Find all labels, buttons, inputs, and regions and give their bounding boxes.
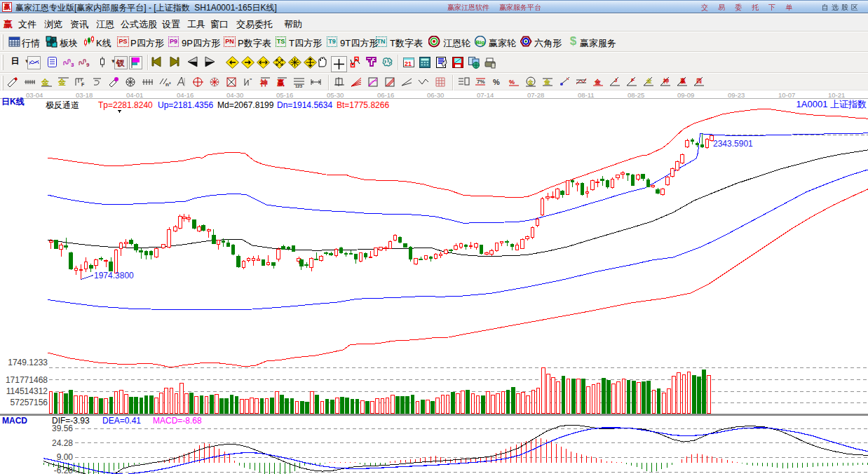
svg-text:日K线: 日K线 bbox=[1, 97, 25, 107]
svg-text:03-18: 03-18 bbox=[76, 91, 93, 99]
svg-text:10-07: 10-07 bbox=[778, 91, 795, 99]
svg-text:Dn=1914.5634: Dn=1914.5634 bbox=[277, 100, 332, 110]
svg-text:09-09: 09-09 bbox=[677, 91, 694, 99]
svg-text:3: 3 bbox=[71, 62, 74, 68]
svg-text:9: 9 bbox=[86, 62, 90, 68]
svg-text:57257156: 57257156 bbox=[11, 398, 48, 407]
svg-text:%: % bbox=[493, 78, 500, 86]
svg-text:06-30: 06-30 bbox=[427, 91, 444, 99]
svg-text:四: 四 bbox=[696, 78, 702, 84]
svg-text:神: 神 bbox=[663, 78, 669, 84]
svg-text:F: F bbox=[631, 77, 635, 83]
svg-text:10-21: 10-21 bbox=[828, 91, 845, 99]
svg-text:9.00: 9.00 bbox=[57, 452, 74, 462]
svg-text:金: 金 bbox=[41, 78, 50, 86]
svg-text:1A0001 上证指数: 1A0001 上证指数 bbox=[796, 99, 867, 109]
svg-text:Bt=1775.8266: Bt=1775.8266 bbox=[337, 100, 389, 110]
svg-text:04-30: 04-30 bbox=[226, 91, 243, 99]
svg-text:09-23: 09-23 bbox=[728, 91, 745, 99]
svg-text:114514312: 114514312 bbox=[6, 386, 48, 396]
svg-text:神: 神 bbox=[259, 79, 268, 87]
svg-text:赢: 赢 bbox=[679, 78, 686, 84]
svg-text:Up=2181.4356: Up=2181.4356 bbox=[158, 100, 213, 110]
svg-text:21: 21 bbox=[405, 60, 412, 67]
svg-text:极反通道: 极反通道 bbox=[46, 100, 79, 110]
svg-text:Tp=2281.8240: Tp=2281.8240 bbox=[98, 100, 153, 110]
svg-text:DEA=0.41: DEA=0.41 bbox=[102, 416, 141, 426]
svg-text:金: 金 bbox=[594, 79, 602, 86]
svg-text:24.28: 24.28 bbox=[52, 438, 73, 448]
svg-text:F: F bbox=[81, 82, 85, 87]
svg-text:08-25: 08-25 bbox=[628, 91, 644, 99]
svg-text:2343.5901: 2343.5901 bbox=[713, 139, 753, 149]
svg-text:金: 金 bbox=[646, 78, 652, 84]
svg-text:05-16: 05-16 bbox=[276, 91, 293, 99]
svg-text:钗: 钗 bbox=[116, 58, 126, 68]
svg-text:123: 123 bbox=[295, 84, 303, 88]
svg-text:赢: 赢 bbox=[276, 79, 285, 87]
svg-text:39.56: 39.56 bbox=[52, 424, 73, 433]
svg-text:金: 金 bbox=[57, 78, 67, 86]
svg-text:04-16: 04-16 bbox=[177, 91, 194, 99]
svg-text:": " bbox=[250, 78, 252, 83]
svg-text:Md=2067.8199: Md=2067.8199 bbox=[217, 100, 274, 110]
svg-text:1749.1233: 1749.1233 bbox=[8, 358, 48, 367]
svg-text:%: % bbox=[509, 79, 515, 86]
svg-text:Big: Big bbox=[476, 39, 485, 46]
svg-text:05-30: 05-30 bbox=[327, 91, 344, 99]
svg-text:1974.3800: 1974.3800 bbox=[94, 271, 134, 280]
svg-text:07-14: 07-14 bbox=[477, 91, 494, 99]
svg-text:03-04: 03-04 bbox=[26, 91, 43, 99]
svg-text:金: 金 bbox=[543, 79, 551, 86]
svg-text:04-01: 04-01 bbox=[126, 91, 143, 99]
svg-text:金: 金 bbox=[527, 79, 534, 86]
svg-text:171771468: 171771468 bbox=[6, 375, 48, 385]
svg-text:07-28: 07-28 bbox=[527, 91, 544, 99]
svg-text:7%: 7% bbox=[477, 79, 485, 85]
svg-text:06-16: 06-16 bbox=[377, 91, 394, 99]
svg-text:MACD: MACD bbox=[2, 416, 27, 426]
svg-text:n²: n² bbox=[165, 81, 171, 88]
svg-text:J: J bbox=[614, 77, 617, 83]
svg-text:08-11: 08-11 bbox=[578, 91, 595, 99]
svg-text:MACD=-8.68: MACD=-8.68 bbox=[153, 416, 202, 426]
